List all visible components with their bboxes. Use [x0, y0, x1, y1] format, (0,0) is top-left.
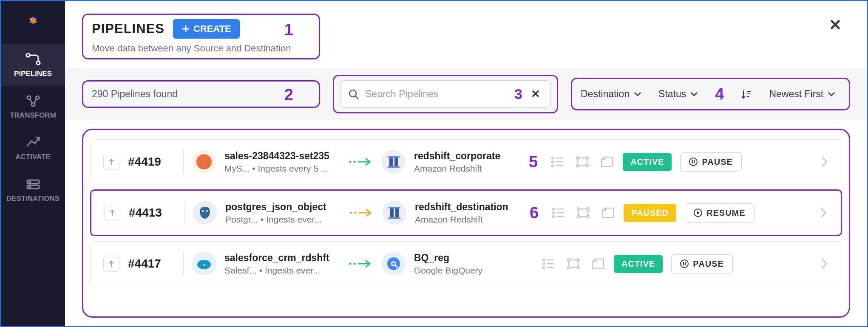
pin-button[interactable]: [103, 154, 119, 170]
svg-point-16: [196, 154, 212, 169]
pipeline-row[interactable]: #4413 postgres_json_object Postgr... • I…: [90, 189, 842, 236]
flow-arrow-icon: [349, 208, 374, 218]
divider: [184, 200, 184, 226]
svg-point-61: [577, 259, 579, 261]
clear-search-icon[interactable]: ✕: [528, 87, 543, 101]
status-badge: ACTIVE: [623, 153, 672, 171]
pause-icon: [680, 259, 689, 268]
chevron-down-icon: [690, 92, 698, 97]
svg-point-27: [576, 164, 579, 167]
page-subtitle: Move data between any Source and Destina…: [92, 43, 310, 54]
schema-icon[interactable]: [566, 257, 581, 270]
pipeline-row[interactable]: #4417 sf salesforce_crm_rdshft Salesf...…: [90, 241, 842, 286]
action-label: PAUSE: [702, 157, 732, 167]
sort-icon[interactable]: [741, 89, 752, 100]
main-content: PIPELINES CREATE Move data between any S…: [65, 1, 867, 326]
flow-arrow-icon: [348, 259, 373, 269]
source-icon: [192, 150, 216, 174]
pause-button[interactable]: PAUSE: [671, 254, 732, 273]
arrow-up-icon: [108, 209, 116, 217]
svg-point-47: [587, 215, 589, 218]
svg-point-62: [577, 266, 579, 269]
destination-name: BQ_reg: [414, 252, 520, 264]
close-icon[interactable]: ✕: [820, 14, 850, 37]
svg-point-14: [29, 186, 30, 188]
nav-transform[interactable]: TRANSFORM: [1, 86, 65, 127]
svg-point-9: [36, 96, 39, 99]
pipeline-row[interactable]: #4419 sales-23844323-set235 MyS... • Ing…: [90, 139, 842, 184]
svg-point-29: [586, 164, 588, 167]
nav-label: PIPELINES: [14, 70, 52, 78]
svg-point-18: [354, 161, 356, 163]
svg-point-34: [206, 210, 208, 212]
workflow-icon[interactable]: [591, 257, 605, 270]
source-icon: sf: [192, 252, 216, 276]
svg-point-25: [552, 165, 553, 166]
schema-icon[interactable]: [576, 206, 590, 219]
svg-rect-22: [388, 166, 400, 168]
nav-pipelines[interactable]: PIPELINES: [1, 44, 65, 86]
svg-point-33: [202, 210, 204, 212]
svg-point-30: [689, 158, 697, 166]
filter-destination[interactable]: Destination: [581, 88, 641, 100]
svg-rect-19: [389, 157, 393, 167]
source-name: sales-23844323-set235: [224, 150, 339, 162]
destination-icon: [383, 201, 406, 225]
search-icon: [348, 89, 359, 100]
create-label: CREATE: [193, 23, 231, 34]
filters-section: Destination Status 4 Newest First: [571, 78, 850, 110]
sort-newest-first[interactable]: Newest First: [769, 88, 835, 100]
source-subtitle: MyS... • Ingests every 5 ...: [224, 164, 339, 174]
workflow-icon[interactable]: [601, 206, 615, 219]
workflow-icon[interactable]: [600, 155, 614, 168]
chevron-down-icon: [828, 92, 835, 97]
svg-point-7: [37, 61, 40, 65]
list-icon[interactable]: [542, 257, 556, 270]
filter-destination-label: Destination: [581, 88, 630, 100]
annotation-6: 6: [530, 204, 539, 222]
nav-label: ACTIVATE: [15, 153, 50, 161]
svg-rect-20: [394, 157, 398, 167]
svg-point-36: [355, 212, 357, 214]
search-input[interactable]: [365, 88, 508, 100]
pin-button[interactable]: [104, 205, 120, 221]
svg-point-42: [553, 212, 554, 214]
list-icon[interactable]: [550, 155, 565, 168]
filter-status[interactable]: Status: [658, 88, 698, 100]
svg-point-52: [354, 263, 356, 265]
results-count-box: 290 Pipelines found 2: [82, 80, 320, 108]
results-count: 290 Pipelines found: [92, 88, 178, 99]
svg-rect-37: [390, 208, 394, 218]
svg-point-10: [31, 103, 35, 106]
pause-button[interactable]: PAUSE: [680, 152, 741, 172]
plus-icon: [182, 25, 190, 33]
pipeline-id: #4413: [129, 206, 176, 220]
svg-rect-65: [685, 262, 686, 265]
svg-point-63: [681, 260, 688, 268]
chevron-right-icon[interactable]: [819, 206, 828, 219]
svg-rect-38: [395, 208, 399, 218]
toolbar: 290 Pipelines found 2 3 ✕ Destination St…: [65, 68, 867, 120]
svg-point-55: [392, 262, 395, 265]
source-icon: [193, 201, 217, 225]
arrow-up-icon: [108, 158, 115, 166]
list-icon[interactable]: [551, 206, 566, 219]
svg-point-60: [567, 266, 570, 269]
chevron-down-icon: [634, 92, 641, 97]
pin-button[interactable]: [103, 256, 119, 272]
chevron-right-icon[interactable]: [820, 257, 829, 270]
resume-button[interactable]: RESUME: [685, 203, 755, 223]
nav-destinations[interactable]: DESTINATIONS: [1, 169, 65, 211]
schema-icon[interactable]: [575, 155, 590, 168]
nav-activate[interactable]: ACTIVATE: [1, 127, 65, 169]
svg-rect-31: [692, 160, 693, 164]
destination-icon: [382, 150, 406, 174]
create-button[interactable]: CREATE: [173, 19, 240, 39]
nav-label: DESTINATIONS: [6, 195, 60, 203]
svg-rect-40: [389, 217, 400, 219]
sidebar: PIPELINES TRANSFORM ACTIVATE DESTINATION…: [1, 1, 65, 326]
destination-subtitle: Amazon Redshift: [414, 164, 520, 174]
chevron-right-icon[interactable]: [820, 155, 829, 168]
nav-label: TRANSFORM: [10, 111, 56, 120]
annotation-3: 3: [514, 86, 522, 102]
